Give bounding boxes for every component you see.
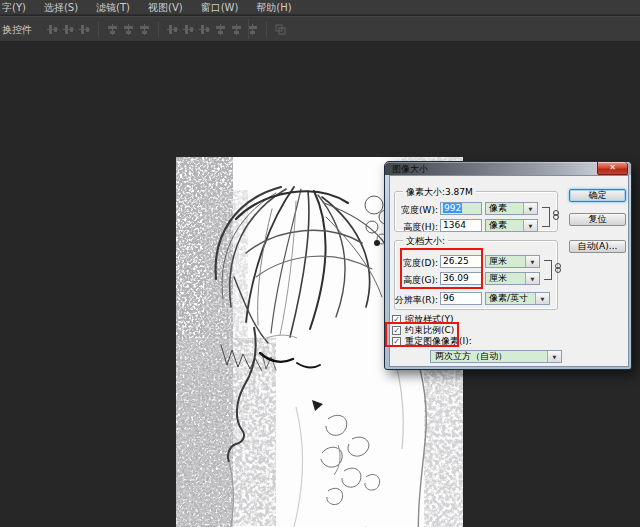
doc-width-input[interactable]: 26.25: [440, 255, 482, 268]
dialog-body: 像素大小:3.87M 宽度(W): 992 像素 ▼ 高度(H): 1364 像…: [389, 175, 629, 367]
alignment-icons-group: [46, 21, 287, 37]
doc-width-unit-select[interactable]: 厘米 ▼: [485, 255, 540, 268]
image-size-dialog: 图像大小 ✕ 像素大小:3.87M 宽度(W): 992 像素 ▼ 高度(H):…: [384, 161, 632, 370]
dropdown-arrow-icon[interactable]: ▼: [535, 293, 549, 304]
pixel-width-label: 宽度(W):: [392, 204, 438, 217]
resample-image-checkbox-row: ✓ 重定图像像素(I):: [392, 335, 472, 348]
resample-image-label: 重定图像像素(I):: [405, 335, 472, 348]
constrain-proportions-checkbox[interactable]: ✓: [392, 326, 401, 335]
link-chain-icon: [555, 263, 562, 271]
auto-button[interactable]: 自动(A)...: [569, 240, 626, 253]
pixel-height-input[interactable]: 1364: [440, 219, 482, 232]
align-vertical-centers-icon[interactable]: [62, 22, 75, 37]
menu-item-filter[interactable]: 滤镜(T): [87, 0, 139, 15]
align-bottom-edges-icon[interactable]: [78, 22, 91, 37]
menu-item-select[interactable]: 选择(S): [35, 0, 87, 15]
options-bar: 换控件: [0, 16, 640, 42]
ok-button[interactable]: 确定: [569, 189, 626, 202]
pixel-width-unit-select[interactable]: 像素 ▼: [485, 202, 538, 215]
distribute-vertical-centers-icon[interactable]: [182, 22, 195, 37]
menu-item-type[interactable]: 字(Y): [0, 0, 35, 15]
pixel-height-unit: 像素: [486, 220, 523, 231]
align-right-edges-icon[interactable]: [138, 22, 151, 37]
align-top-edges-icon[interactable]: [46, 22, 59, 37]
align-horizontal-centers-icon[interactable]: [122, 22, 135, 37]
dropdown-arrow-icon[interactable]: ▼: [525, 273, 539, 284]
pixel-size-group-label: 像素大小:3.87M: [403, 186, 476, 199]
distribute-top-edges-icon[interactable]: [166, 22, 179, 37]
options-bar-divider: [248, 19, 249, 39]
menu-bar: 字(Y) 选择(S) 滤镜(T) 视图(V) 窗口(W) 帮助(H): [0, 0, 640, 15]
pixel-width-value: 992: [443, 203, 462, 213]
resample-image-checkbox[interactable]: ✓: [392, 337, 401, 346]
auto-align-layers-icon[interactable]: [274, 22, 287, 37]
dropdown-arrow-icon[interactable]: ▼: [547, 351, 561, 362]
pixel-height-label: 高度(H):: [392, 221, 438, 234]
distribute-bottom-edges-icon[interactable]: [198, 22, 211, 37]
doc-height-unit-select[interactable]: 厘米 ▼: [485, 272, 540, 285]
resolution-unit-select[interactable]: 像素/英寸 ▼: [485, 292, 550, 305]
resolution-label: 分辨率(R):: [392, 294, 438, 307]
scale-styles-checkbox[interactable]: ✓: [392, 315, 401, 324]
link-chain-icon: [553, 210, 560, 218]
link-bracket: [542, 207, 550, 227]
dropdown-arrow-icon[interactable]: ▼: [523, 220, 537, 231]
doc-height-unit: 厘米: [486, 273, 525, 284]
menu-item-view[interactable]: 视图(V): [139, 0, 192, 15]
resample-method-value: 两次立方（自动）: [431, 351, 547, 362]
canvas-area: 图像大小 ✕ 像素大小:3.87M 宽度(W): 992 像素 ▼ 高度(H):…: [0, 42, 640, 527]
show-transform-controls-label: 换控件: [2, 23, 32, 37]
doc-height-input[interactable]: 36.09: [440, 272, 482, 285]
dropdown-arrow-icon[interactable]: ▼: [525, 256, 539, 267]
menu-item-window[interactable]: 窗口(W): [192, 0, 248, 15]
dialog-title-bar[interactable]: 图像大小: [385, 162, 631, 175]
distribute-left-edges-icon[interactable]: [214, 22, 227, 37]
resample-method-select[interactable]: 两次立方（自动） ▼: [430, 350, 562, 363]
distribute-horizontal-centers-icon[interactable]: [230, 22, 243, 37]
menu-item-help[interactable]: 帮助(H): [247, 0, 300, 15]
doc-width-unit: 厘米: [486, 256, 525, 267]
dropdown-arrow-icon[interactable]: ▼: [523, 203, 537, 214]
resolution-unit: 像素/英寸: [486, 293, 535, 304]
pixel-width-unit: 像素: [486, 203, 523, 214]
link-bracket: [544, 260, 552, 280]
document-size-group-label: 文档大小:: [403, 235, 448, 248]
reset-button[interactable]: 复位: [569, 213, 626, 226]
toolbar-divider: [266, 21, 267, 37]
pixel-width-input[interactable]: 992: [440, 202, 482, 215]
toolbar-divider: [98, 21, 99, 37]
close-icon[interactable]: ✕: [597, 162, 628, 175]
doc-width-label: 宽度(D):: [392, 257, 438, 270]
doc-height-label: 高度(G):: [392, 274, 438, 287]
pixel-height-unit-select[interactable]: 像素 ▼: [485, 219, 538, 232]
resolution-input[interactable]: 96: [440, 292, 482, 305]
align-left-edges-icon[interactable]: [106, 22, 119, 37]
toolbar-divider: [158, 21, 159, 37]
